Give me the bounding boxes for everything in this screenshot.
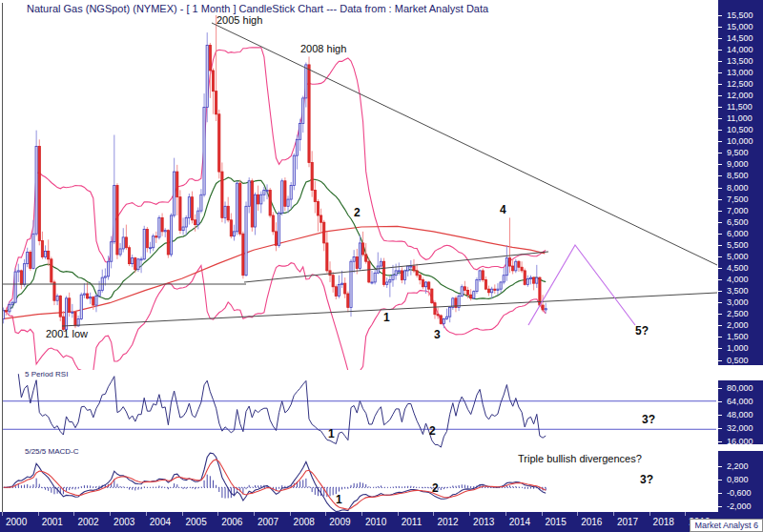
axis-tick-label: 11,500 <box>727 102 753 112</box>
axis-tick-label: 12,000 <box>727 91 753 100</box>
annotation-main: 2008 high <box>300 43 346 54</box>
axis-tick-label: 8,500 <box>727 171 749 180</box>
year-tick <box>685 512 686 516</box>
axis-tick-label: 5,000 <box>727 252 749 261</box>
axis-tick-label: 9,000 <box>727 159 749 169</box>
year-tick <box>361 512 362 516</box>
rsi-axis[interactable]: 80,00064,00048,00032,00016,000 <box>718 380 763 444</box>
axis-tick-label: 6,000 <box>727 229 749 238</box>
axis-tick-label: 10,500 <box>727 125 753 134</box>
axis-tick-label: 48,000 <box>727 410 753 419</box>
axis-tick-label: 8,000 <box>727 183 749 193</box>
year-tick <box>38 512 39 516</box>
axis-tick <box>718 234 722 235</box>
year-tick <box>254 512 255 516</box>
annotation-main: 3 <box>434 329 441 340</box>
axis-tick <box>718 493 722 494</box>
year-label: 2012 <box>437 517 458 527</box>
axis-tick-label: 32,000 <box>727 423 753 433</box>
axis-tick <box>718 27 722 28</box>
axis-tick-label: 0,800 <box>727 475 749 484</box>
axis-tick-label: 10,000 <box>727 136 753 146</box>
year-label: 2013 <box>473 517 494 527</box>
year-tick <box>110 512 111 516</box>
annotation-macd: 1 <box>336 494 342 505</box>
axis-tick <box>718 141 722 142</box>
axis-tick <box>718 506 722 507</box>
time-axis[interactable]: 2000200120022003200420052006200720082009… <box>0 512 763 532</box>
rsi-panel <box>2 374 716 447</box>
annotation-rsi: 1 <box>328 428 335 440</box>
annotation-main: 5? <box>635 325 649 337</box>
year-tick <box>505 512 506 516</box>
year-tick <box>469 512 470 516</box>
annotation-rsi: 3? <box>642 414 655 425</box>
year-label: 2003 <box>113 517 134 527</box>
chart-canvas[interactable] <box>0 0 763 532</box>
axis-tick-label: 14,000 <box>727 45 753 54</box>
axis-tick <box>718 130 722 131</box>
year-label: 2017 <box>617 517 638 527</box>
year-label: 2011 <box>402 517 423 527</box>
axis-tick-label: 0,500 <box>727 356 749 365</box>
macd-axis[interactable]: 2,2000,800-0,600-2,000 <box>718 451 763 512</box>
axis-tick <box>718 256 722 257</box>
year-label: 2006 <box>221 517 242 527</box>
year-tick <box>577 512 578 516</box>
year-label: 2010 <box>365 517 386 527</box>
elliott-projection-line <box>528 245 635 325</box>
axis-tick <box>718 245 722 246</box>
axis-tick-label: 14,500 <box>727 33 753 43</box>
axis-tick-label: 7,000 <box>727 206 749 215</box>
watermark-badge: Market Analyst 6 <box>690 519 763 532</box>
annotation-main: 4 <box>500 204 506 215</box>
axis-tick <box>718 38 722 39</box>
axis-tick <box>718 360 722 361</box>
axis-tick <box>718 268 722 269</box>
axis-tick <box>718 388 722 389</box>
year-tick <box>325 512 326 516</box>
axis-tick <box>718 348 722 349</box>
year-tick <box>613 512 614 516</box>
annotation-main: 2001 low <box>46 328 88 339</box>
axis-tick <box>718 415 722 416</box>
axis-tick-label: 5,500 <box>727 240 749 250</box>
year-tick <box>2 512 3 516</box>
year-label: 2004 <box>150 517 171 527</box>
axis-tick <box>718 314 722 315</box>
year-label: 2007 <box>258 517 278 527</box>
axis-tick-label: 15,500 <box>727 10 753 20</box>
year-tick <box>217 512 218 516</box>
axis-tick <box>718 95 722 96</box>
axis-tick-label: -2,000 <box>727 501 752 511</box>
axis-tick <box>718 466 722 467</box>
axis-tick <box>718 222 722 223</box>
axis-tick <box>718 441 722 442</box>
annotation-rsi: 2 <box>429 425 436 437</box>
chart-window: Natural Gas (NGSpot) (NYMEX) - [ 1 Month… <box>0 0 763 532</box>
annotation-macd: Triple bullish divergences? <box>518 453 642 464</box>
year-label: 2002 <box>77 517 98 527</box>
axis-tick <box>718 337 722 338</box>
axis-tick-label: 13,000 <box>727 68 753 77</box>
year-label: 2005 <box>186 517 207 527</box>
axis-tick-label: 1,000 <box>727 343 749 353</box>
axis-tick <box>718 118 722 119</box>
axis-tick <box>718 188 722 189</box>
axis-tick <box>718 325 722 326</box>
axis-tick-label: 2,000 <box>727 320 749 330</box>
price-axis[interactable]: 15,50015,00014,50014,00013,50013,00012,5… <box>718 0 763 365</box>
year-tick <box>146 512 147 516</box>
annotation-main: 2 <box>354 207 361 218</box>
axis-tick-label: -0,600 <box>727 488 752 498</box>
year-label: 2018 <box>653 517 674 527</box>
year-tick <box>650 512 650 516</box>
axis-tick-label: 12,500 <box>727 79 753 89</box>
axis-tick <box>718 480 722 481</box>
axis-tick-label: 13,500 <box>727 56 753 66</box>
axis-tick-label: 64,000 <box>727 397 753 406</box>
macd-panel <box>4 453 546 511</box>
axis-tick <box>718 302 722 303</box>
axis-tick <box>718 279 722 280</box>
year-tick <box>542 512 543 516</box>
